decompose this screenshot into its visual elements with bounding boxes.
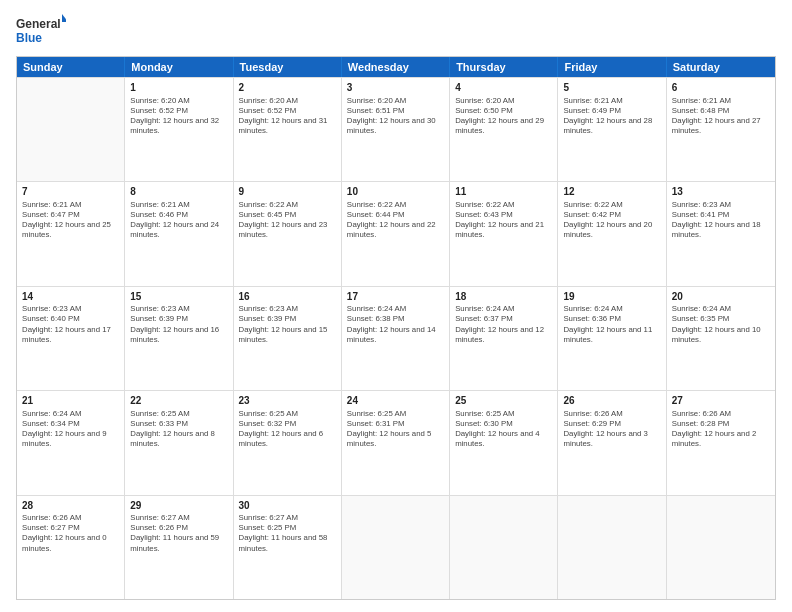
week-row-4: 21Sunrise: 6:24 AMSunset: 6:34 PMDayligh…	[17, 390, 775, 494]
table-row: 28Sunrise: 6:26 AMSunset: 6:27 PMDayligh…	[17, 496, 125, 599]
table-row	[667, 496, 775, 599]
cell-daylight-info: Sunrise: 6:23 AMSunset: 6:39 PMDaylight:…	[130, 304, 227, 345]
week-row-1: 1Sunrise: 6:20 AMSunset: 6:52 PMDaylight…	[17, 77, 775, 181]
cell-day-number: 21	[22, 394, 119, 408]
cell-day-number: 22	[130, 394, 227, 408]
table-row: 11Sunrise: 6:22 AMSunset: 6:43 PMDayligh…	[450, 182, 558, 285]
table-row: 2Sunrise: 6:20 AMSunset: 6:52 PMDaylight…	[234, 78, 342, 181]
table-row: 22Sunrise: 6:25 AMSunset: 6:33 PMDayligh…	[125, 391, 233, 494]
cell-daylight-info: Sunrise: 6:25 AMSunset: 6:30 PMDaylight:…	[455, 409, 552, 450]
cell-day-number: 15	[130, 290, 227, 304]
table-row: 15Sunrise: 6:23 AMSunset: 6:39 PMDayligh…	[125, 287, 233, 390]
cell-day-number: 12	[563, 185, 660, 199]
cell-day-number: 9	[239, 185, 336, 199]
cell-daylight-info: Sunrise: 6:20 AMSunset: 6:52 PMDaylight:…	[239, 96, 336, 137]
cell-daylight-info: Sunrise: 6:24 AMSunset: 6:36 PMDaylight:…	[563, 304, 660, 345]
cell-day-number: 27	[672, 394, 770, 408]
cell-daylight-info: Sunrise: 6:22 AMSunset: 6:42 PMDaylight:…	[563, 200, 660, 241]
table-row: 18Sunrise: 6:24 AMSunset: 6:37 PMDayligh…	[450, 287, 558, 390]
cell-day-number: 13	[672, 185, 770, 199]
header: General Blue	[16, 12, 776, 48]
table-row: 29Sunrise: 6:27 AMSunset: 6:26 PMDayligh…	[125, 496, 233, 599]
cell-day-number: 20	[672, 290, 770, 304]
header-cell-friday: Friday	[558, 57, 666, 77]
cell-day-number: 29	[130, 499, 227, 513]
table-row: 7Sunrise: 6:21 AMSunset: 6:47 PMDaylight…	[17, 182, 125, 285]
svg-marker-2	[62, 14, 66, 22]
header-cell-sunday: Sunday	[17, 57, 125, 77]
cell-day-number: 1	[130, 81, 227, 95]
cell-day-number: 10	[347, 185, 444, 199]
cell-daylight-info: Sunrise: 6:23 AMSunset: 6:41 PMDaylight:…	[672, 200, 770, 241]
table-row: 27Sunrise: 6:26 AMSunset: 6:28 PMDayligh…	[667, 391, 775, 494]
table-row: 12Sunrise: 6:22 AMSunset: 6:42 PMDayligh…	[558, 182, 666, 285]
cell-day-number: 3	[347, 81, 444, 95]
cell-daylight-info: Sunrise: 6:27 AMSunset: 6:26 PMDaylight:…	[130, 513, 227, 554]
svg-text:General: General	[16, 17, 61, 31]
cell-day-number: 16	[239, 290, 336, 304]
table-row: 16Sunrise: 6:23 AMSunset: 6:39 PMDayligh…	[234, 287, 342, 390]
table-row: 3Sunrise: 6:20 AMSunset: 6:51 PMDaylight…	[342, 78, 450, 181]
cell-daylight-info: Sunrise: 6:26 AMSunset: 6:27 PMDaylight:…	[22, 513, 119, 554]
table-row	[17, 78, 125, 181]
calendar-body: 1Sunrise: 6:20 AMSunset: 6:52 PMDaylight…	[17, 77, 775, 599]
logo: General Blue	[16, 12, 66, 48]
cell-day-number: 19	[563, 290, 660, 304]
cell-daylight-info: Sunrise: 6:25 AMSunset: 6:33 PMDaylight:…	[130, 409, 227, 450]
cell-day-number: 18	[455, 290, 552, 304]
table-row	[558, 496, 666, 599]
table-row: 14Sunrise: 6:23 AMSunset: 6:40 PMDayligh…	[17, 287, 125, 390]
cell-daylight-info: Sunrise: 6:23 AMSunset: 6:39 PMDaylight:…	[239, 304, 336, 345]
week-row-3: 14Sunrise: 6:23 AMSunset: 6:40 PMDayligh…	[17, 286, 775, 390]
cell-day-number: 5	[563, 81, 660, 95]
calendar: SundayMondayTuesdayWednesdayThursdayFrid…	[16, 56, 776, 600]
table-row: 30Sunrise: 6:27 AMSunset: 6:25 PMDayligh…	[234, 496, 342, 599]
header-cell-wednesday: Wednesday	[342, 57, 450, 77]
cell-daylight-info: Sunrise: 6:20 AMSunset: 6:50 PMDaylight:…	[455, 96, 552, 137]
svg-text:Blue: Blue	[16, 31, 42, 45]
table-row: 4Sunrise: 6:20 AMSunset: 6:50 PMDaylight…	[450, 78, 558, 181]
cell-daylight-info: Sunrise: 6:24 AMSunset: 6:34 PMDaylight:…	[22, 409, 119, 450]
cell-daylight-info: Sunrise: 6:27 AMSunset: 6:25 PMDaylight:…	[239, 513, 336, 554]
cell-daylight-info: Sunrise: 6:21 AMSunset: 6:46 PMDaylight:…	[130, 200, 227, 241]
cell-day-number: 6	[672, 81, 770, 95]
table-row: 26Sunrise: 6:26 AMSunset: 6:29 PMDayligh…	[558, 391, 666, 494]
header-cell-saturday: Saturday	[667, 57, 775, 77]
cell-day-number: 28	[22, 499, 119, 513]
table-row: 9Sunrise: 6:22 AMSunset: 6:45 PMDaylight…	[234, 182, 342, 285]
cell-day-number: 4	[455, 81, 552, 95]
cell-day-number: 14	[22, 290, 119, 304]
table-row: 23Sunrise: 6:25 AMSunset: 6:32 PMDayligh…	[234, 391, 342, 494]
week-row-2: 7Sunrise: 6:21 AMSunset: 6:47 PMDaylight…	[17, 181, 775, 285]
cell-daylight-info: Sunrise: 6:23 AMSunset: 6:40 PMDaylight:…	[22, 304, 119, 345]
cell-day-number: 11	[455, 185, 552, 199]
cell-daylight-info: Sunrise: 6:21 AMSunset: 6:47 PMDaylight:…	[22, 200, 119, 241]
page: General Blue SundayMondayTuesdayWednesda…	[0, 0, 792, 612]
table-row: 21Sunrise: 6:24 AMSunset: 6:34 PMDayligh…	[17, 391, 125, 494]
cell-daylight-info: Sunrise: 6:22 AMSunset: 6:45 PMDaylight:…	[239, 200, 336, 241]
week-row-5: 28Sunrise: 6:26 AMSunset: 6:27 PMDayligh…	[17, 495, 775, 599]
cell-daylight-info: Sunrise: 6:21 AMSunset: 6:49 PMDaylight:…	[563, 96, 660, 137]
cell-day-number: 23	[239, 394, 336, 408]
cell-daylight-info: Sunrise: 6:25 AMSunset: 6:32 PMDaylight:…	[239, 409, 336, 450]
cell-daylight-info: Sunrise: 6:22 AMSunset: 6:43 PMDaylight:…	[455, 200, 552, 241]
header-cell-thursday: Thursday	[450, 57, 558, 77]
cell-daylight-info: Sunrise: 6:25 AMSunset: 6:31 PMDaylight:…	[347, 409, 444, 450]
table-row: 17Sunrise: 6:24 AMSunset: 6:38 PMDayligh…	[342, 287, 450, 390]
table-row: 10Sunrise: 6:22 AMSunset: 6:44 PMDayligh…	[342, 182, 450, 285]
cell-daylight-info: Sunrise: 6:24 AMSunset: 6:37 PMDaylight:…	[455, 304, 552, 345]
cell-day-number: 8	[130, 185, 227, 199]
table-row: 25Sunrise: 6:25 AMSunset: 6:30 PMDayligh…	[450, 391, 558, 494]
cell-daylight-info: Sunrise: 6:26 AMSunset: 6:28 PMDaylight:…	[672, 409, 770, 450]
header-cell-tuesday: Tuesday	[234, 57, 342, 77]
cell-daylight-info: Sunrise: 6:26 AMSunset: 6:29 PMDaylight:…	[563, 409, 660, 450]
table-row: 13Sunrise: 6:23 AMSunset: 6:41 PMDayligh…	[667, 182, 775, 285]
cell-day-number: 7	[22, 185, 119, 199]
table-row: 1Sunrise: 6:20 AMSunset: 6:52 PMDaylight…	[125, 78, 233, 181]
cell-daylight-info: Sunrise: 6:20 AMSunset: 6:52 PMDaylight:…	[130, 96, 227, 137]
table-row	[342, 496, 450, 599]
cell-day-number: 30	[239, 499, 336, 513]
logo-svg: General Blue	[16, 12, 66, 48]
table-row: 24Sunrise: 6:25 AMSunset: 6:31 PMDayligh…	[342, 391, 450, 494]
cell-daylight-info: Sunrise: 6:20 AMSunset: 6:51 PMDaylight:…	[347, 96, 444, 137]
